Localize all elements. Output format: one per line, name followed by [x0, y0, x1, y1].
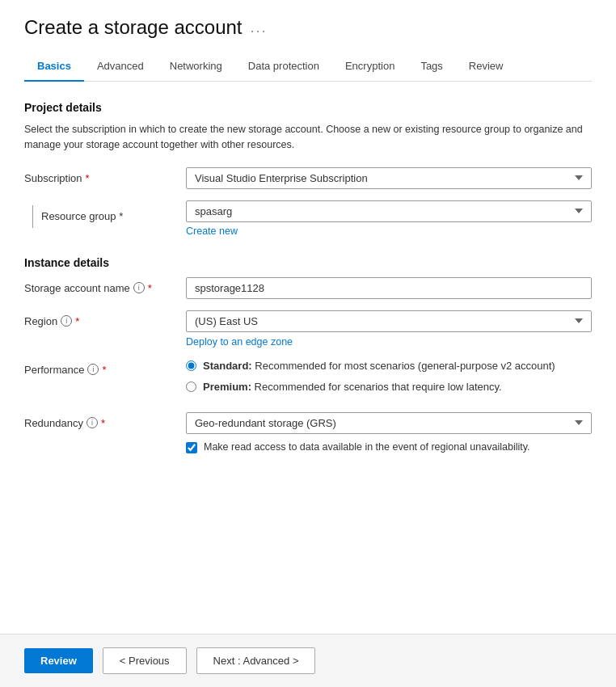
storage-name-info-icon[interactable]: i	[133, 282, 145, 293]
subscription-dropdown[interactable]: Visual Studio Enterprise Subscription	[186, 167, 592, 189]
project-details-section: Project details Select the subscription …	[24, 101, 592, 237]
tab-tags[interactable]: Tags	[407, 52, 455, 82]
resource-group-control: spasarg Create new	[186, 200, 592, 237]
storage-account-name-row: Storage account name i *	[24, 277, 592, 299]
tab-review[interactable]: Review	[456, 52, 517, 82]
region-row: Region i * (US) East US Deploy to an edg…	[24, 310, 592, 348]
redundancy-required: *	[101, 417, 105, 429]
tab-networking[interactable]: Networking	[157, 52, 235, 82]
tab-advanced[interactable]: Advanced	[84, 52, 157, 82]
storage-account-name-label: Storage account name i *	[24, 277, 186, 294]
tab-encryption[interactable]: Encryption	[332, 52, 407, 82]
performance-row: Performance i * Standard: Recommended fo…	[24, 359, 592, 401]
subscription-required: *	[86, 172, 90, 184]
resource-group-label: Resource group *	[41, 205, 123, 222]
performance-required: *	[102, 364, 106, 376]
region-control: (US) East US Deploy to an edge zone	[186, 310, 592, 348]
performance-info-icon[interactable]: i	[87, 364, 99, 375]
resource-group-row: Resource group * spasarg Create new	[24, 200, 592, 237]
performance-standard-label: Standard: Recommended for most scenarios…	[203, 359, 555, 373]
region-dropdown[interactable]: (US) East US	[186, 310, 592, 332]
region-required: *	[75, 315, 79, 327]
read-access-row: Make read access to data available in th…	[186, 440, 592, 455]
instance-details-title: Instance details	[24, 256, 592, 269]
tabs-bar: Basics Advanced Networking Data protecti…	[24, 52, 592, 82]
resource-indent: Resource group *	[24, 200, 186, 228]
performance-label: Performance i *	[24, 359, 186, 376]
redundancy-info-icon[interactable]: i	[86, 417, 98, 428]
redundancy-row: Redundancy i * Geo-redundant storage (GR…	[24, 412, 592, 455]
next-button[interactable]: Next : Advanced >	[196, 647, 316, 674]
storage-account-name-control	[186, 277, 592, 299]
region-label: Region i *	[24, 310, 186, 327]
previous-button[interactable]: < Previous	[103, 647, 187, 674]
read-access-checkbox[interactable]	[186, 442, 197, 453]
performance-standard-option: Standard: Recommended for most scenarios…	[186, 359, 592, 373]
resource-group-dropdown[interactable]: spasarg	[186, 200, 592, 222]
indent-bar	[32, 205, 33, 228]
tab-data-protection[interactable]: Data protection	[235, 52, 332, 82]
redundancy-label: Redundancy i *	[24, 412, 186, 429]
read-access-label: Make read access to data available in th…	[204, 440, 530, 455]
page-container: Create a storage account ... Basics Adva…	[0, 0, 616, 687]
tab-basics[interactable]: Basics	[24, 52, 84, 82]
instance-details-section: Instance details Storage account name i …	[24, 256, 592, 455]
main-content: Create a storage account ... Basics Adva…	[0, 0, 616, 634]
performance-premium-radio[interactable]	[186, 381, 196, 392]
title-dots: ...	[251, 19, 268, 36]
review-button[interactable]: Review	[24, 648, 93, 673]
subscription-control: Visual Studio Enterprise Subscription	[186, 167, 592, 189]
redundancy-control: Geo-redundant storage (GRS) Make read ac…	[186, 412, 592, 455]
title-text: Create a storage account	[24, 16, 243, 39]
subscription-row: Subscription * Visual Studio Enterprise …	[24, 167, 592, 189]
storage-account-name-input[interactable]	[186, 277, 592, 299]
footer: Review < Previous Next : Advanced >	[0, 634, 616, 687]
performance-standard-radio[interactable]	[186, 360, 196, 371]
project-details-description: Select the subscription in which to crea…	[24, 122, 592, 153]
performance-premium-label: Premium: Recommended for scenarios that …	[203, 380, 502, 394]
deploy-edge-link[interactable]: Deploy to an edge zone	[186, 336, 592, 348]
redundancy-dropdown[interactable]: Geo-redundant storage (GRS)	[186, 412, 592, 434]
page-title: Create a storage account ...	[24, 16, 592, 39]
project-details-title: Project details	[24, 101, 592, 114]
region-info-icon[interactable]: i	[61, 315, 72, 327]
performance-premium-option: Premium: Recommended for scenarios that …	[186, 380, 592, 394]
subscription-label: Subscription *	[24, 167, 186, 184]
create-new-link[interactable]: Create new	[186, 225, 592, 237]
storage-name-required: *	[148, 282, 152, 294]
resource-group-required: *	[119, 210, 123, 222]
performance-control: Standard: Recommended for most scenarios…	[186, 359, 592, 401]
